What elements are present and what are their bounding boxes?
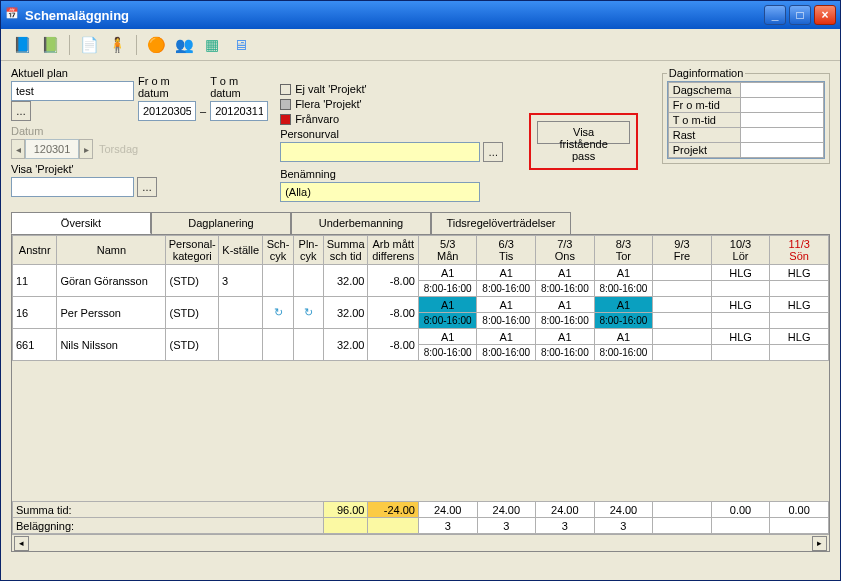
- cell-day-shift[interactable]: [653, 265, 712, 281]
- cell-day-time[interactable]: 8:00-16:00: [418, 313, 477, 329]
- cell-day-time[interactable]: 8:00-16:00: [418, 345, 477, 361]
- cell-day-time[interactable]: 8:00-16:00: [418, 281, 477, 297]
- col-header[interactable]: Summasch tid: [324, 236, 368, 265]
- cell-day-shift[interactable]: A1: [418, 297, 477, 313]
- cell-day-time[interactable]: 8:00-16:00: [594, 313, 653, 329]
- tab-oversikt[interactable]: Översikt: [11, 212, 151, 234]
- cell-day-shift[interactable]: A1: [594, 265, 653, 281]
- toolbar-btn-5[interactable]: 🟠: [145, 34, 167, 56]
- cell-schcyk[interactable]: [263, 265, 293, 297]
- cell-pkat[interactable]: (STD): [166, 297, 219, 329]
- col-header[interactable]: Namn: [57, 236, 166, 265]
- cell-summa[interactable]: 32.00: [324, 297, 368, 329]
- cell-day-time[interactable]: 8:00-16:00: [536, 345, 595, 361]
- cell-day-time[interactable]: 8:00-16:00: [477, 345, 536, 361]
- cell-day-shift[interactable]: A1: [536, 297, 595, 313]
- date-next[interactable]: ▸: [79, 139, 93, 159]
- cell-diff[interactable]: -8.00: [368, 329, 418, 361]
- cell-day-empty[interactable]: [770, 313, 829, 329]
- scroll-left[interactable]: ◂: [14, 536, 29, 551]
- cell-schcyk[interactable]: ↻: [263, 297, 293, 329]
- col-header[interactable]: 6/3Tis: [477, 236, 536, 265]
- col-header[interactable]: 8/3Tor: [594, 236, 653, 265]
- cell-day-time[interactable]: 8:00-16:00: [536, 313, 595, 329]
- toolbar-btn-1[interactable]: 📘: [11, 34, 33, 56]
- cell-ksta[interactable]: [218, 297, 262, 329]
- horizontal-scrollbar[interactable]: ◂ ▸: [12, 534, 829, 551]
- cell-pkat[interactable]: (STD): [166, 329, 219, 361]
- cell-day-empty[interactable]: [653, 281, 712, 297]
- cell-pkat[interactable]: (STD): [166, 265, 219, 297]
- cell-summa[interactable]: 32.00: [324, 329, 368, 361]
- scroll-right[interactable]: ▸: [812, 536, 827, 551]
- cell-day-time[interactable]: 8:00-16:00: [477, 281, 536, 297]
- col-header[interactable]: 10/3Lör: [711, 236, 770, 265]
- toolbar-btn-2[interactable]: 📗: [39, 34, 61, 56]
- cell-day-empty[interactable]: [711, 281, 770, 297]
- col-header[interactable]: 5/3Mån: [418, 236, 477, 265]
- toolbar-btn-7[interactable]: ▦: [201, 34, 223, 56]
- cell-day-shift[interactable]: A1: [536, 329, 595, 345]
- col-header[interactable]: 7/3Ons: [536, 236, 595, 265]
- cell-day-time[interactable]: 8:00-16:00: [594, 281, 653, 297]
- date-spinner[interactable]: ◂ ▸ Torsdag: [11, 139, 268, 159]
- minimize-button[interactable]: _: [764, 5, 786, 25]
- cell-anstnr[interactable]: 661: [13, 329, 57, 361]
- cell-schcyk[interactable]: [263, 329, 293, 361]
- visa-fristaende-pass-button[interactable]: Visa fristående pass: [537, 121, 629, 144]
- benamning-input[interactable]: [280, 182, 480, 202]
- cell-plncyk[interactable]: ↻: [293, 297, 323, 329]
- cell-day-shift[interactable]: HLG: [711, 265, 770, 281]
- cell-day-shift[interactable]: A1: [594, 329, 653, 345]
- cell-day-shift[interactable]: A1: [477, 265, 536, 281]
- tab-dagplanering[interactable]: Dagplanering: [151, 212, 291, 234]
- cell-day-shift[interactable]: [653, 329, 712, 345]
- to-date-input[interactable]: [210, 101, 268, 121]
- cell-ksta[interactable]: [218, 329, 262, 361]
- col-header[interactable]: Anstnr: [13, 236, 57, 265]
- tab-tidsregel[interactable]: Tidsregelöverträdelser: [431, 212, 571, 234]
- close-button[interactable]: ×: [814, 5, 836, 25]
- cell-plncyk[interactable]: [293, 329, 323, 361]
- tab-underbemanning[interactable]: Underbemanning: [291, 212, 431, 234]
- toolbar-btn-3[interactable]: 📄: [78, 34, 100, 56]
- cell-namn[interactable]: Per Persson: [57, 297, 166, 329]
- date-prev[interactable]: ◂: [11, 139, 25, 159]
- col-header[interactable]: K-ställe: [218, 236, 262, 265]
- cell-day-time[interactable]: 8:00-16:00: [594, 345, 653, 361]
- cell-day-shift[interactable]: A1: [477, 297, 536, 313]
- cell-ksta[interactable]: 3: [218, 265, 262, 297]
- date-value[interactable]: [25, 139, 79, 159]
- personurval-input[interactable]: [280, 142, 480, 162]
- maximize-button[interactable]: □: [789, 5, 811, 25]
- cell-day-shift[interactable]: HLG: [711, 329, 770, 345]
- cell-anstnr[interactable]: 16: [13, 297, 57, 329]
- col-header[interactable]: Pln-cyk: [293, 236, 323, 265]
- col-header[interactable]: 11/3Sön: [770, 236, 829, 265]
- visa-projekt-browse[interactable]: …: [137, 177, 157, 197]
- schedule-grid[interactable]: AnstnrNamnPersonal-kategoriK-ställeSch-c…: [11, 234, 830, 552]
- cell-summa[interactable]: 32.00: [324, 265, 368, 297]
- from-date-input[interactable]: [138, 101, 196, 121]
- toolbar-btn-8[interactable]: 🖥: [229, 34, 251, 56]
- visa-projekt-input[interactable]: [11, 177, 134, 197]
- cell-day-shift[interactable]: A1: [536, 265, 595, 281]
- toolbar-btn-6[interactable]: 👥: [173, 34, 195, 56]
- personurval-browse[interactable]: …: [483, 142, 503, 162]
- daginfo-projekt-value[interactable]: [740, 143, 823, 158]
- cell-day-empty[interactable]: [711, 345, 770, 361]
- col-header[interactable]: Arb måttdifferens: [368, 236, 418, 265]
- cell-day-empty[interactable]: [770, 345, 829, 361]
- cell-day-shift[interactable]: HLG: [770, 329, 829, 345]
- cell-day-shift[interactable]: A1: [418, 329, 477, 345]
- cell-day-shift[interactable]: [653, 297, 712, 313]
- cell-day-shift[interactable]: HLG: [770, 265, 829, 281]
- cell-day-time[interactable]: 8:00-16:00: [536, 281, 595, 297]
- cell-day-shift[interactable]: A1: [594, 297, 653, 313]
- cell-diff[interactable]: -8.00: [368, 265, 418, 297]
- col-header[interactable]: Sch-cyk: [263, 236, 293, 265]
- cell-plncyk[interactable]: [293, 265, 323, 297]
- aktuell-plan-browse[interactable]: …: [11, 101, 31, 121]
- cell-day-empty[interactable]: [653, 313, 712, 329]
- cell-diff[interactable]: -8.00: [368, 297, 418, 329]
